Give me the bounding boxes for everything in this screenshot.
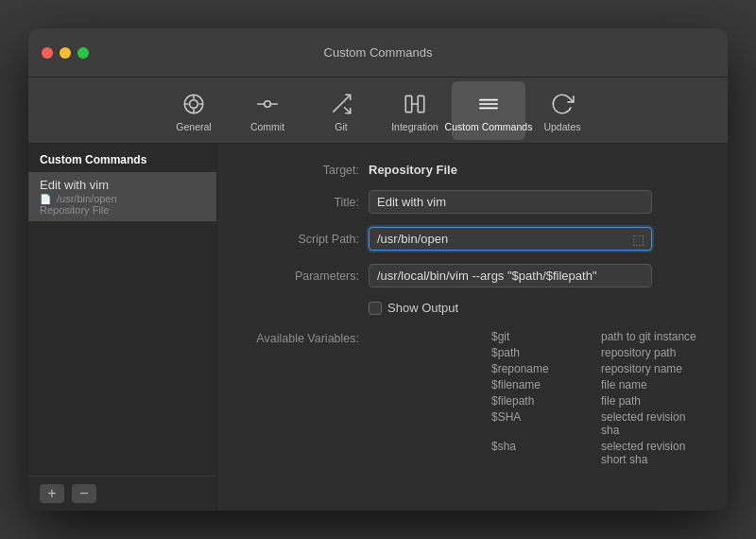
sidebar: Custom Commands Edit with vim 📄 /usr/bin… bbox=[28, 144, 217, 511]
variables-grid: $gitpath to git instance$pathrepository … bbox=[491, 330, 699, 466]
file-icon: 📄 bbox=[40, 194, 51, 204]
updates-icon bbox=[549, 91, 576, 117]
sidebar-header: Custom Commands bbox=[28, 144, 216, 172]
sidebar-item-sub: 📄 /usr/bin/open bbox=[40, 193, 205, 204]
variable-desc: selected revision short sha bbox=[601, 440, 699, 466]
script-path-input[interactable] bbox=[369, 227, 652, 251]
tab-custom-commands[interactable]: Custom Commands bbox=[452, 81, 525, 140]
title-row: Title: bbox=[246, 190, 699, 214]
show-output-checkbox[interactable] bbox=[369, 302, 382, 315]
show-output-row: Show Output bbox=[369, 301, 699, 315]
svg-rect-11 bbox=[405, 96, 412, 112]
custom-commands-icon bbox=[475, 91, 502, 117]
variable-desc: file name bbox=[601, 378, 699, 391]
show-output-label: Show Output bbox=[387, 301, 458, 315]
tab-updates[interactable]: Updates bbox=[525, 81, 599, 140]
target-row: Target: Repository File bbox=[246, 163, 699, 177]
script-path-field: ⬚ bbox=[369, 227, 652, 251]
tab-git-label: Git bbox=[335, 121, 347, 132]
script-path-row: Script Path: ⬚ bbox=[246, 227, 699, 251]
variable-name: $SHA bbox=[491, 410, 586, 437]
variable-name: $filename bbox=[491, 378, 586, 391]
main-window: Custom Commands General bbox=[28, 28, 728, 511]
tab-general-label: General bbox=[176, 121, 211, 132]
variables-section: $gitpath to git instance$pathrepository … bbox=[491, 330, 699, 466]
svg-line-10 bbox=[344, 107, 351, 113]
titlebar: Custom Commands bbox=[28, 28, 728, 78]
variable-desc: selected revision sha bbox=[601, 410, 699, 437]
sidebar-item-name: Edit with vim bbox=[40, 178, 205, 192]
svg-point-6 bbox=[265, 100, 271, 107]
integration-icon bbox=[402, 91, 428, 117]
toolbar: General Commit bbox=[28, 78, 728, 144]
parameters-input[interactable] bbox=[369, 264, 652, 287]
tab-integration[interactable]: Integration bbox=[378, 81, 452, 140]
available-variables-row: Available Variables: $gitpath to git ins… bbox=[246, 330, 699, 466]
add-command-button[interactable]: + bbox=[40, 484, 64, 503]
close-button[interactable] bbox=[42, 47, 53, 59]
sidebar-item-type: Repository File bbox=[40, 204, 205, 216]
list-item[interactable]: Edit with vim 📄 /usr/bin/open Repository… bbox=[28, 172, 216, 221]
main-panel: Target: Repository File Title: Script Pa… bbox=[217, 144, 728, 511]
tab-commit[interactable]: Commit bbox=[231, 81, 304, 140]
variable-name: $git bbox=[491, 330, 586, 343]
tab-general[interactable]: General bbox=[157, 81, 231, 140]
variable-desc: file path bbox=[601, 394, 699, 408]
tab-commit-label: Commit bbox=[250, 121, 284, 132]
minimize-button[interactable] bbox=[60, 47, 71, 59]
commit-icon bbox=[254, 91, 281, 117]
general-icon bbox=[180, 91, 207, 117]
tab-integration-label: Integration bbox=[391, 121, 438, 132]
svg-point-0 bbox=[190, 99, 198, 108]
variable-name: $sha bbox=[491, 440, 586, 466]
git-icon bbox=[328, 91, 354, 117]
sidebar-footer: + − bbox=[28, 476, 216, 511]
target-value: Repository File bbox=[369, 163, 457, 177]
target-label: Target: bbox=[246, 164, 359, 177]
tab-custom-commands-label: Custom Commands bbox=[445, 121, 533, 132]
variable-desc: path to git instance bbox=[601, 330, 699, 343]
folder-icon: ⬚ bbox=[632, 232, 644, 247]
available-variables-label: Available Variables: bbox=[246, 330, 359, 345]
variable-name: $filepath bbox=[491, 394, 586, 408]
content-area: Custom Commands Edit with vim 📄 /usr/bin… bbox=[28, 144, 728, 511]
svg-rect-12 bbox=[418, 96, 424, 112]
remove-command-button[interactable]: − bbox=[72, 484, 96, 503]
tab-updates-label: Updates bbox=[543, 121, 580, 132]
variable-desc: repository path bbox=[601, 346, 699, 359]
window-title: Custom Commands bbox=[324, 45, 433, 60]
variable-desc: repository name bbox=[601, 362, 699, 375]
sidebar-item-path: /usr/bin/open bbox=[57, 193, 117, 204]
parameters-row: Parameters: bbox=[246, 264, 699, 287]
maximize-button[interactable] bbox=[77, 47, 89, 59]
tab-git[interactable]: Git bbox=[304, 81, 378, 140]
variable-name: $reponame bbox=[491, 362, 586, 375]
traffic-lights bbox=[42, 47, 89, 59]
title-input[interactable] bbox=[369, 190, 652, 214]
variable-name: $path bbox=[491, 346, 586, 359]
parameters-label: Parameters: bbox=[246, 270, 359, 283]
title-label: Title: bbox=[246, 196, 359, 209]
script-path-label: Script Path: bbox=[246, 233, 359, 246]
